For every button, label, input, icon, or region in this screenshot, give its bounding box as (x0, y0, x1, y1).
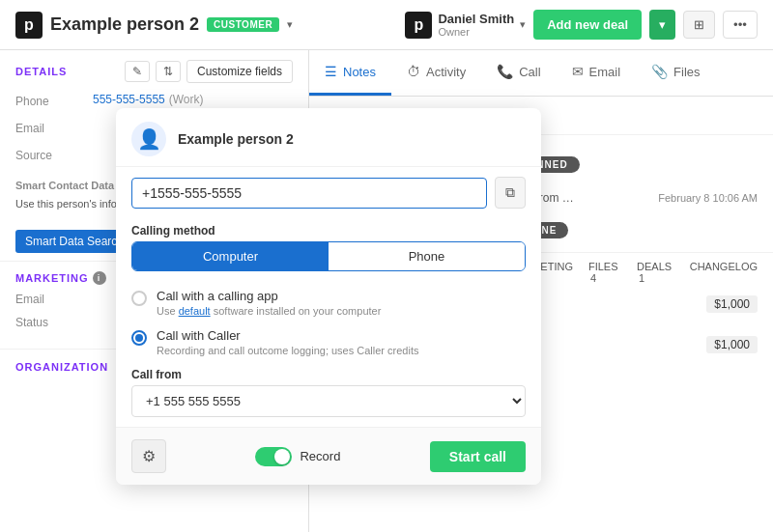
calling-app-radio[interactable] (131, 291, 147, 306)
customize-fields-button[interactable]: Customize fields (186, 60, 293, 83)
popup-footer: ⚙ Record Start call (116, 427, 541, 485)
record-toggle-area: Record (255, 447, 340, 466)
person-dropdown-arrow[interactable]: ▾ (287, 18, 293, 31)
toggle-knob (274, 449, 290, 464)
marketing-info-icon: i (93, 271, 106, 285)
marketing-status-label: Status (15, 314, 93, 337)
grid-view-button[interactable]: ⊞ (683, 11, 715, 39)
call-from-select-wrapper: +1 555 555 5555 (131, 385, 526, 417)
person-name: Example person 2 (50, 14, 199, 35)
calling-app-desc: Use default software installed on your c… (157, 305, 526, 317)
start-call-button[interactable]: Start call (430, 441, 526, 472)
caller-content: Call with Caller Recording and call outc… (157, 328, 526, 356)
add-deal-button[interactable]: Add new deal (533, 10, 642, 40)
edit-button[interactable]: ✎ (125, 61, 150, 82)
calling-method-label: Calling method (116, 218, 541, 241)
phone-label: Phone (15, 93, 93, 108)
calling-app-content: Call with a calling app Use default soft… (157, 289, 526, 317)
owner-section: p Daniel Smith Owner ▾ (405, 12, 526, 39)
owner-logo: p (405, 12, 432, 39)
default-link[interactable]: default (179, 305, 211, 317)
owner-name: Daniel Smith (438, 12, 514, 26)
customer-badge: CUSTOMER (207, 17, 279, 32)
popup-overlay: 👤 Example person 2 ⧉ Calling method Comp… (309, 50, 773, 532)
caller-desc: Recording and call outcome logging; uses… (157, 345, 526, 356)
phone-input-row: ⧉ (116, 167, 541, 218)
sort-button[interactable]: ⇅ (156, 61, 181, 82)
owner-info: Daniel Smith Owner (438, 12, 514, 38)
person-avatar: 👤 (131, 122, 166, 156)
more-options-button[interactable]: ••• (723, 11, 758, 39)
popup-person-row: 👤 Example person 2 (116, 108, 541, 167)
settings-button[interactable]: ⚙ (131, 439, 166, 473)
caller-radio[interactable] (131, 330, 147, 346)
phone-type: (Work) (169, 93, 204, 108)
email-label: Email (15, 120, 93, 135)
details-section-title: DETAILS (15, 66, 67, 77)
marketing-email-label: Email (15, 291, 93, 312)
right-panel: ☰ Notes ⏱ Activity 📞 Call ✉ Email 📎 File… (309, 50, 773, 532)
calling-app-option[interactable]: Call with a calling app Use default soft… (116, 281, 541, 321)
caller-title: Call with Caller (157, 328, 526, 343)
pipedrive-logo: p (15, 12, 43, 39)
person-avatar-icon: 👤 (137, 127, 161, 151)
calling-app-title: Call with a calling app (157, 289, 526, 303)
add-deal-dropdown-button[interactable]: ▾ (649, 10, 675, 40)
popup-person-name: Example person 2 (178, 131, 294, 147)
record-label: Record (300, 449, 340, 463)
computer-method-button[interactable]: Computer (132, 242, 329, 270)
call-from-label: Call from (116, 360, 541, 385)
phone-number-input[interactable] (131, 178, 487, 209)
record-toggle[interactable] (255, 447, 292, 466)
calling-method-toggle: Computer Phone (131, 241, 526, 271)
owner-role: Owner (438, 26, 514, 38)
call-from-select[interactable]: +1 555 555 5555 (131, 385, 526, 417)
phone-value[interactable]: 555-555-5555 (93, 93, 165, 108)
copy-phone-button[interactable]: ⧉ (495, 177, 526, 209)
phone-method-button[interactable]: Phone (329, 242, 525, 270)
org-label: ORGANIZATION (15, 361, 108, 373)
header-left: p Example person 2 CUSTOMER ▾ (15, 12, 293, 39)
app-header: p Example person 2 CUSTOMER ▾ p Daniel S… (0, 0, 773, 50)
main-content: DETAILS ✎ ⇅ Customize fields Phone 555-5… (0, 50, 773, 532)
smart-contact-label: Smart Contact Data (15, 180, 114, 191)
header-right: p Daniel Smith Owner ▾ Add new deal ▾ ⊞ … (405, 10, 758, 40)
call-popup: 👤 Example person 2 ⧉ Calling method Comp… (116, 108, 541, 485)
owner-dropdown-arrow[interactable]: ▾ (520, 18, 526, 31)
caller-option[interactable]: Call with Caller Recording and call outc… (116, 321, 541, 360)
source-label: Source (15, 147, 93, 162)
